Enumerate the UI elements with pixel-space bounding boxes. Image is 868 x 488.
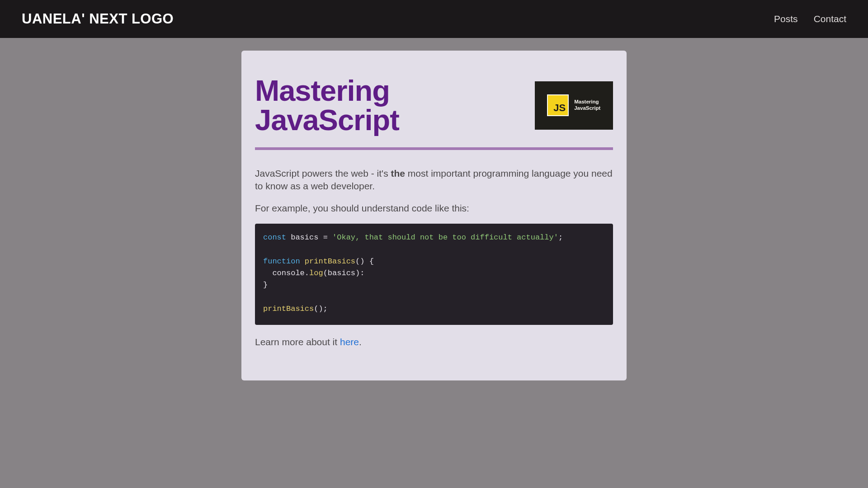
code-identifier: basics — [286, 233, 323, 242]
thumbnail-caption: Mastering JavaScript — [574, 99, 600, 112]
intro-paragraph: JavaScript powers the web - it's the mos… — [255, 167, 613, 193]
code-punctuation: () { — [355, 257, 374, 266]
code-punctuation: (basics): — [323, 269, 365, 277]
code-punctuation: ; — [558, 233, 563, 242]
thumbnail-caption-line2: JavaScript — [574, 105, 600, 111]
code-string: 'Okay, that should not be too difficult … — [332, 233, 558, 242]
code-function: log — [309, 269, 323, 277]
js-badge-icon: JS — [547, 94, 569, 116]
code-punctuation: } — [263, 281, 268, 289]
article-title: Mastering JavaScript — [255, 76, 535, 135]
learn-more-paragraph: Learn more about it here. — [255, 336, 613, 348]
text-fragment: JavaScript powers the web - it's — [255, 168, 391, 178]
site-header: UANELA' NEXT LOGO Posts Contact — [0, 0, 868, 38]
thumbnail-caption-line1: Mastering — [574, 99, 599, 104]
code-operator: = — [323, 233, 332, 242]
code-function: printBasics — [305, 257, 355, 266]
article-thumbnail: JS Mastering JavaScript — [535, 81, 613, 130]
divider — [255, 147, 613, 150]
example-intro-paragraph: For example, you should understand code … — [255, 202, 613, 215]
main-nav: Posts Contact — [774, 14, 846, 24]
text-fragment: . — [359, 337, 362, 347]
nav-contact[interactable]: Contact — [814, 14, 846, 24]
article-header: Mastering JavaScript JS Mastering JavaSc… — [255, 76, 613, 135]
code-function: printBasics — [263, 305, 314, 313]
code-punctuation: (); — [314, 305, 328, 313]
text-fragment: Learn more about it — [255, 337, 340, 347]
content-wrapper: Mastering JavaScript JS Mastering JavaSc… — [0, 38, 868, 399]
code-keyword: const — [263, 233, 286, 242]
code-space — [300, 257, 305, 266]
code-block: const basics = 'Okay, that should not be… — [255, 224, 613, 325]
learn-more-link[interactable]: here — [340, 337, 359, 347]
site-logo: UANELA' NEXT LOGO — [22, 11, 174, 27]
code-identifier: console. — [263, 269, 309, 277]
code-keyword: function — [263, 257, 300, 266]
text-emphasis: the — [391, 168, 405, 178]
nav-posts[interactable]: Posts — [774, 14, 798, 24]
post-article: Mastering JavaScript JS Mastering JavaSc… — [241, 51, 627, 380]
